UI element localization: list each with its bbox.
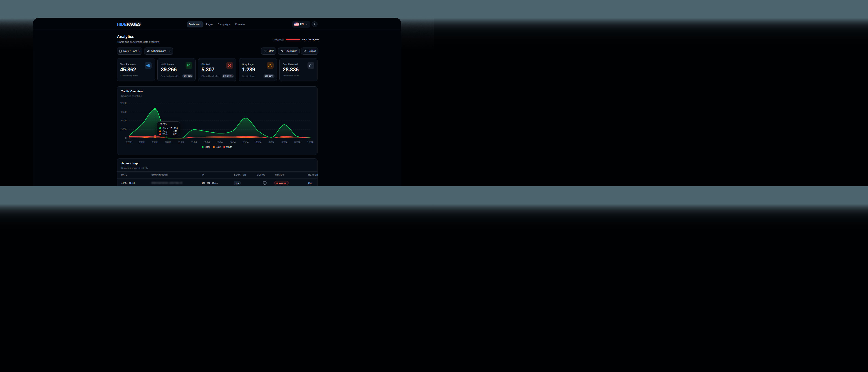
svg-text:9000: 9000: [121, 111, 126, 113]
svg-text:10/04: 10/04: [307, 141, 313, 143]
svg-text:12000: 12000: [120, 102, 126, 104]
svg-text:07/04: 07/04: [269, 141, 274, 143]
svg-text:3000: 3000: [121, 128, 126, 131]
svg-text:03/04: 03/04: [217, 141, 223, 143]
svg-text:09/04: 09/04: [294, 141, 300, 143]
svg-text:28/03: 28/03: [139, 141, 145, 143]
svg-text:29/03: 29/03: [152, 141, 158, 143]
svg-text:06/04: 06/04: [255, 141, 261, 143]
svg-text:02/04: 02/04: [204, 141, 210, 143]
svg-text:31/03: 31/03: [178, 141, 184, 143]
svg-text:30/03: 30/03: [165, 141, 171, 143]
svg-text:27/03: 27/03: [126, 141, 132, 143]
svg-text:04/04: 04/04: [229, 141, 236, 143]
svg-text:0: 0: [125, 137, 126, 139]
svg-text:01/04: 01/04: [191, 141, 197, 143]
svg-text:05/04: 05/04: [243, 141, 248, 143]
svg-text:6000: 6000: [121, 119, 126, 122]
svg-text:08/04: 08/04: [281, 141, 287, 143]
